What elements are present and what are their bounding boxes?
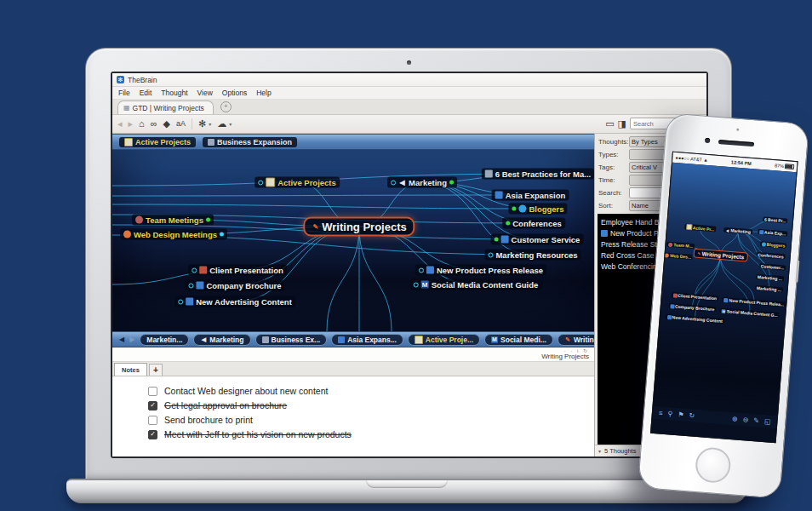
- past-thoughts-bar: ◀ ▶ Marketin...◀MarketingBusiness Ex...A…: [112, 331, 594, 347]
- gate-dot: [419, 267, 424, 273]
- zoom-in-icon[interactable]: ⊕: [732, 416, 738, 423]
- tab-gtd-writing-projects[interactable]: ▦ GTD | Writing Projects: [117, 100, 214, 114]
- thought-node[interactable]: Team Meetings: [132, 215, 214, 226]
- checkbox[interactable]: [148, 416, 157, 425]
- menu-item-edit[interactable]: Edit: [140, 89, 152, 97]
- dropdown-caret-icon[interactable]: ▾: [598, 448, 601, 454]
- thought-node[interactable]: Client Presentation: [188, 265, 287, 276]
- dropdown-caret-icon[interactable]: ▾: [209, 121, 211, 127]
- side-button[interactable]: [795, 261, 799, 283]
- web-icon: [123, 231, 131, 238]
- checklist-item[interactable]: Send brochure to print: [148, 415, 594, 425]
- past-thought-label: Business Ex...: [272, 336, 321, 344]
- tab-notes[interactable]: Notes: [114, 363, 147, 376]
- thought-label: Asia Expansion: [506, 191, 566, 200]
- thought-node[interactable]: Company Brochure: [185, 280, 284, 291]
- filter-value: By Types: [632, 138, 658, 146]
- brain-tab-icon: ▦: [123, 104, 130, 112]
- laptop-lid: ✻ TheBrain FileEditThoughtViewOptionsHel…: [85, 48, 732, 479]
- pin-icon[interactable]: ∞: [151, 119, 157, 129]
- thought-node[interactable]: New Advertising Content: [174, 296, 295, 307]
- sync-icon[interactable]: ↻: [689, 412, 695, 420]
- pin-icon[interactable]: ⚑: [678, 411, 684, 419]
- checklist-item[interactable]: Contact Web designer about new content: [148, 386, 594, 396]
- checkbox[interactable]: [148, 387, 157, 396]
- gate-dot: [188, 283, 193, 288]
- m-badge-icon: M: [491, 336, 498, 343]
- font-size-icon[interactable]: aA: [176, 120, 186, 128]
- thought-node[interactable]: Customer Service: [491, 234, 584, 245]
- thought-node[interactable]: Conferences: [502, 218, 565, 229]
- menu-item-options[interactable]: Options: [222, 89, 247, 97]
- thought-node[interactable]: Bloggers: [508, 204, 567, 215]
- past-thought-pill[interactable]: Business Ex...: [255, 334, 328, 346]
- checkbox[interactable]: ✓: [148, 401, 157, 411]
- menu-item-view[interactable]: View: [197, 89, 213, 97]
- past-thought-pill[interactable]: MSocial Medi...: [484, 334, 553, 346]
- thought-label: Company Brochure: [206, 281, 281, 290]
- scroll-right-icon[interactable]: ▶: [129, 336, 134, 343]
- thought-label: Social Media Content Guide: [432, 280, 539, 290]
- past-thought-pill[interactable]: ◀Marketing: [193, 334, 250, 346]
- past-thought-pill[interactable]: Active Proje...: [408, 334, 480, 346]
- laptop-notch: [366, 480, 448, 488]
- current-thought-label: Writing Projects: [541, 353, 589, 360]
- forward-icon[interactable]: ▸: [129, 119, 134, 129]
- cloud-sync-icon[interactable]: ☁: [217, 119, 226, 129]
- thought-node[interactable]: New Product Press Release: [415, 265, 546, 276]
- battery-icon: [785, 164, 794, 169]
- pencil-icon[interactable]: ✎: [753, 417, 759, 425]
- home-icon[interactable]: ⌂: [139, 119, 145, 129]
- thought-node[interactable]: Asia Expansion: [492, 190, 569, 201]
- scroll-left-icon[interactable]: ◀: [119, 336, 124, 343]
- past-thought-pill[interactable]: Marketin...: [140, 334, 189, 346]
- add-note-tab-button[interactable]: +: [149, 364, 163, 376]
- menu-item-thought[interactable]: Thought: [161, 89, 187, 97]
- zoom-out-icon[interactable]: ⊖: [742, 416, 748, 424]
- thought-node[interactable]: MSocial Media Content Guide: [410, 279, 542, 290]
- checkbox[interactable]: ✓: [148, 430, 157, 439]
- dropdown-caret-icon[interactable]: ▾: [229, 121, 232, 127]
- list-item-label: Red Cross Case St: [601, 251, 663, 260]
- checklist-item[interactable]: ✓Meet with Jeff to get his vision on new…: [148, 429, 594, 439]
- thought-node[interactable]: Marketing Resources: [484, 250, 580, 261]
- doc-blue-icon: [501, 236, 509, 244]
- phone-plex-canvas[interactable]: ≡⚲⚑↻ ⊕⊖✎◱ ✎Writing ProjectsActive Pr...◀…: [651, 163, 796, 442]
- search-icon[interactable]: ⚲: [667, 411, 672, 417]
- present-icon[interactable]: ◱: [764, 418, 771, 426]
- pinned-thought[interactable]: Active Projects: [119, 137, 196, 147]
- back-icon[interactable]: ◂: [117, 119, 123, 129]
- doc-blue-icon: [670, 304, 674, 308]
- menu-item-help[interactable]: Help: [256, 89, 271, 97]
- thought-count-label: 5 Thoughts: [604, 447, 636, 455]
- tag-icon[interactable]: ◆: [163, 119, 170, 129]
- menu-item-file[interactable]: File: [118, 89, 130, 97]
- home-button[interactable]: [695, 446, 732, 484]
- menu-bar: FileEditThoughtViewOptionsHelp: [112, 87, 706, 100]
- doc-blue-icon: [759, 230, 763, 234]
- thought-node[interactable]: ◀Marketing: [387, 177, 457, 188]
- people-icon: [668, 242, 672, 246]
- gate-dot: [206, 218, 210, 222]
- plex-canvas[interactable]: ✎Writing ProjectsActive Projects◀Marketi…: [112, 150, 594, 331]
- checklist-item[interactable]: ✓Get legal approval on brochure: [148, 400, 594, 411]
- notes-tab-bar: Notes +: [112, 362, 594, 376]
- doc-blue-icon: [601, 230, 608, 237]
- notes-panel-icon[interactable]: ▭: [605, 119, 614, 129]
- gate-dot: [220, 233, 224, 237]
- doc-grey-icon: [208, 139, 214, 146]
- battery-label: 87%: [775, 163, 794, 169]
- past-thought-pill[interactable]: Asia Expans...: [331, 334, 403, 346]
- menu-icon[interactable]: ≡: [659, 410, 663, 416]
- carrier-label: ●●●○○ AT&T ▲: [675, 155, 708, 163]
- thought-node[interactable]: 6 Best Practices for Ma...: [482, 169, 594, 180]
- thought-node[interactable]: ✎Writing Projects: [303, 217, 415, 237]
- thought-node[interactable]: Web Design Meetings: [120, 229, 227, 240]
- new-tab-button[interactable]: +: [220, 101, 232, 112]
- layout-icon[interactable]: ✻: [198, 119, 206, 129]
- phone-clock: 12:54 PM: [731, 159, 752, 166]
- laptop-screen: ✻ TheBrain FileEditThoughtViewOptionsHel…: [111, 72, 708, 458]
- thought-node[interactable]: Active Projects: [254, 177, 340, 188]
- split-view-icon[interactable]: ◨: [618, 119, 626, 129]
- pinned-thought[interactable]: Business Expansion: [203, 137, 297, 147]
